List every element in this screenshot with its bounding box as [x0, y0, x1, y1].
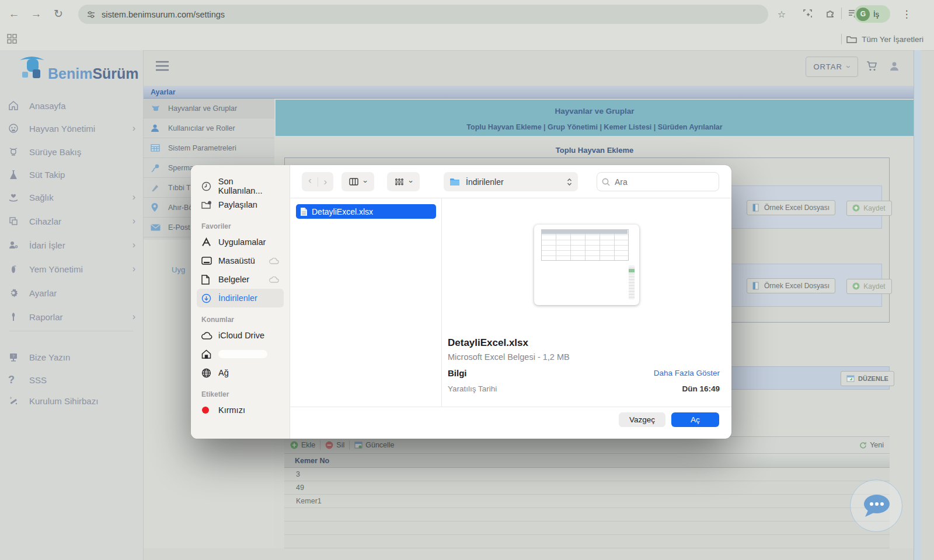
- health-heart-icon: [8, 192, 20, 202]
- sample-excel-button-2[interactable]: Örnek Excel Dosyası: [747, 278, 835, 293]
- settings-item-hayvanlar-ve-gruplar[interactable]: Hayvanlar ve Gruplar: [144, 99, 274, 118]
- sidebar-item-shared[interactable]: Paylaşılan: [197, 195, 284, 214]
- desktop-icon: [201, 257, 213, 265]
- settings-item-sistem-parametreleri[interactable]: Sistem Parametreleri: [144, 138, 274, 158]
- all-bookmarks[interactable]: Tüm Yer İşaretleri: [841, 34, 923, 44]
- logo-text-1: Benim: [48, 65, 92, 82]
- mock-spreadsheet-header: [541, 229, 628, 234]
- section-header-locations: Konumlar: [201, 316, 284, 324]
- back-icon[interactable]: ←: [6, 0, 22, 28]
- chevron-down-icon: ›: [362, 180, 370, 183]
- browser-profile[interactable]: G İş: [854, 5, 890, 23]
- page-scrollbar[interactable]: [914, 50, 921, 560]
- scalpel-icon: [151, 183, 161, 192]
- sidebar-item-ayarlar[interactable]: Ayarlar: [8, 284, 135, 302]
- update-button[interactable]: Güncelle: [354, 441, 394, 449]
- chat-widget-button[interactable]: [850, 480, 902, 532]
- file-row-selected[interactable]: DetayliExcel.xlsx: [296, 204, 436, 219]
- reload-icon[interactable]: ↻: [50, 0, 67, 28]
- svg-text:?: ?: [12, 354, 15, 358]
- apps-grid-icon[interactable]: [7, 34, 17, 44]
- dialog-footer: Vazgeç Aç: [290, 407, 731, 439]
- window-edit-icon: [846, 375, 855, 382]
- question-icon: ?: [8, 374, 20, 386]
- divider: [9, 331, 133, 331]
- address-bar[interactable]: sistem.benimsurum.com/settings: [78, 5, 768, 24]
- forward-icon[interactable]: →: [28, 0, 44, 28]
- save-button-1[interactable]: Kaydet: [846, 201, 892, 216]
- table-row[interactable]: Kemer1: [284, 495, 890, 508]
- animal-icon: [8, 123, 20, 134]
- sidebar-item-downloads[interactable]: İndirilenler: [197, 289, 284, 307]
- kebab-menu-icon[interactable]: ⋮: [899, 8, 914, 20]
- sidebar-item-network[interactable]: Ağ: [197, 363, 284, 382]
- nav-back-forward[interactable]: › ›: [302, 172, 333, 191]
- sidebar-item-anasayfa[interactable]: Anasayfa: [8, 97, 135, 114]
- open-button[interactable]: Aç: [671, 412, 719, 427]
- herd-selector-dropdown[interactable]: ORTAR ›: [806, 57, 858, 77]
- sample-excel-button-1[interactable]: Örnek Excel Dosyası: [747, 200, 835, 215]
- sidebar-item-sss[interactable]: ? SSS: [8, 371, 135, 388]
- menu-hamburger-icon[interactable]: [155, 61, 169, 71]
- sidebar-item-tag-red[interactable]: Kırmızı: [197, 401, 284, 419]
- preview-file-name: DetayliExcel.xlsx: [448, 337, 528, 349]
- screenshot-icon[interactable]: [803, 9, 813, 19]
- sidebar-item-yem-yonetimi[interactable]: Yem Yönetimi›: [8, 260, 135, 278]
- cow-icon: [8, 146, 20, 157]
- chevron-right-icon[interactable]: ›: [324, 177, 327, 187]
- globe-icon: [201, 368, 213, 378]
- bookmark-star-icon[interactable]: ☆: [774, 9, 789, 20]
- sidebar-item-saglik[interactable]: Sağlık›: [8, 188, 135, 206]
- sidebar-item-desktop[interactable]: Masaüstü: [197, 251, 284, 270]
- content-tabs[interactable]: Toplu Hayvan Ekleme | Grup Yönetimi | Ke…: [276, 123, 914, 131]
- refresh-icon: [859, 442, 867, 449]
- sidebar-item-home[interactable]: [197, 345, 284, 363]
- sidebar-item-documents[interactable]: Belgeler: [197, 270, 284, 289]
- edit-button[interactable]: DÜZENLE: [841, 371, 894, 386]
- chevron-left-icon[interactable]: ›: [308, 177, 312, 187]
- search-field[interactable]: [597, 172, 719, 191]
- gear-icon: [8, 288, 20, 298]
- settings-item-kullanicilar-ve-roller[interactable]: Kullanıcılar ve Roller: [144, 118, 274, 138]
- sidebar-item-hayvan-yonetimi[interactable]: Hayvan Yönetimi›: [8, 120, 135, 137]
- user-icon[interactable]: [889, 61, 900, 72]
- divider: [841, 34, 842, 44]
- add-circle-icon: [290, 441, 298, 449]
- refresh-button[interactable]: Yeni: [859, 441, 884, 449]
- sidebar-item-icloud[interactable]: iCloud Drive: [197, 326, 284, 345]
- add-button[interactable]: Ekle: [290, 441, 315, 449]
- cart-icon[interactable]: [866, 61, 878, 72]
- show-more-link[interactable]: Daha Fazla Göster: [654, 369, 720, 377]
- all-bookmarks-label: Tüm Yer İşaretleri: [862, 35, 923, 44]
- app-logo[interactable]: BenimSürüm: [18, 55, 139, 81]
- sidebar-item-bize-yazin[interactable]: ? Bize Yazın: [8, 348, 135, 366]
- user-icon: [151, 124, 161, 132]
- sidebar-item-idari-isler[interactable]: İdari İşler›: [8, 236, 135, 254]
- cancel-button[interactable]: Vazgeç: [619, 412, 665, 427]
- save-button-2[interactable]: Kaydet: [846, 279, 892, 294]
- extensions-puzzle-icon[interactable]: [825, 8, 836, 19]
- sidebar-item-cihazlar[interactable]: Cihazlar›: [8, 212, 135, 230]
- cow-icon: [151, 104, 161, 113]
- chevron-down-icon: ›: [845, 65, 853, 69]
- flask-icon: [8, 169, 20, 180]
- sidebar-item-raporlar[interactable]: Raporlar›: [8, 308, 135, 326]
- home-icon: [8, 100, 20, 111]
- group-view-button[interactable]: ›: [387, 172, 420, 191]
- delete-button[interactable]: Sil: [325, 441, 344, 449]
- sidebar-item-suruye-bakis[interactable]: Sürüye Bakış: [8, 143, 135, 160]
- sidebar-item-sut-takip[interactable]: Süt Takip: [8, 166, 135, 183]
- view-columns-button[interactable]: ›: [341, 172, 374, 191]
- screen: ← → ↻ sistem.benimsurum.com/settings ☆: [0, 0, 934, 560]
- table-row[interactable]: 3: [284, 468, 890, 481]
- window-update-icon: [354, 442, 363, 449]
- envelope-icon: [151, 224, 161, 231]
- avatar: G: [856, 8, 870, 21]
- sidebar-item-recents[interactable]: Son Kullanılan...: [197, 177, 284, 195]
- table-row[interactable]: 49: [284, 481, 890, 495]
- search-input[interactable]: [614, 177, 703, 187]
- download-circle-icon: [201, 293, 213, 303]
- sidebar-item-applications[interactable]: Uygulamalar: [197, 233, 284, 251]
- location-dropdown[interactable]: İndirilenler: [444, 172, 578, 191]
- sidebar-item-kurulum-sihirbazi[interactable]: Kurulum Sihirbazı: [8, 392, 135, 410]
